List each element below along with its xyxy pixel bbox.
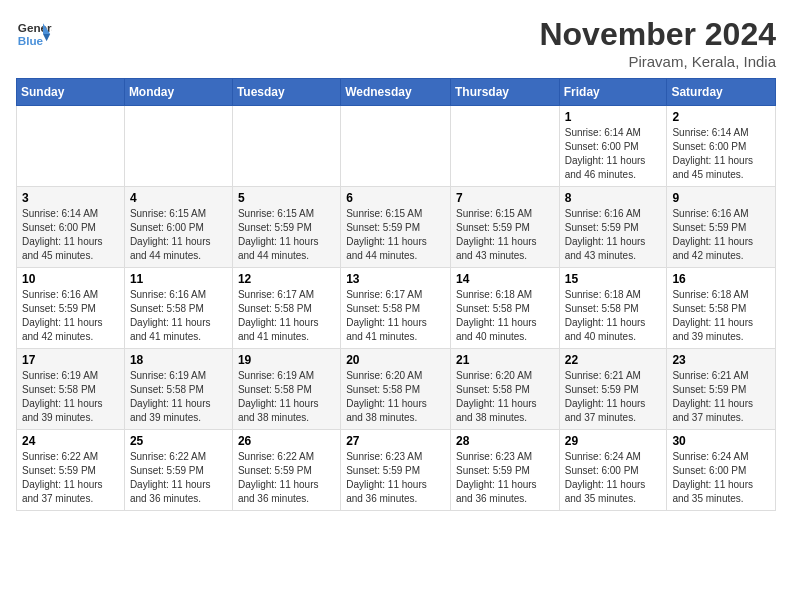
day-number: 26 xyxy=(238,434,335,448)
day-info: Sunrise: 6:16 AMSunset: 5:58 PMDaylight:… xyxy=(130,288,227,344)
day-info: Sunrise: 6:15 AMSunset: 6:00 PMDaylight:… xyxy=(130,207,227,263)
calendar-cell: 30Sunrise: 6:24 AMSunset: 6:00 PMDayligh… xyxy=(667,430,776,511)
day-info: Sunrise: 6:19 AMSunset: 5:58 PMDaylight:… xyxy=(238,369,335,425)
day-info: Sunrise: 6:22 AMSunset: 5:59 PMDaylight:… xyxy=(22,450,119,506)
title-block: November 2024 Piravam, Kerala, India xyxy=(539,16,776,70)
logo: General Blue xyxy=(16,16,52,52)
day-number: 24 xyxy=(22,434,119,448)
calendar-cell xyxy=(232,106,340,187)
day-number: 4 xyxy=(130,191,227,205)
day-info: Sunrise: 6:16 AMSunset: 5:59 PMDaylight:… xyxy=(672,207,770,263)
day-number: 13 xyxy=(346,272,445,286)
calendar-cell: 14Sunrise: 6:18 AMSunset: 5:58 PMDayligh… xyxy=(450,268,559,349)
day-info: Sunrise: 6:24 AMSunset: 6:00 PMDaylight:… xyxy=(565,450,662,506)
day-info: Sunrise: 6:18 AMSunset: 5:58 PMDaylight:… xyxy=(565,288,662,344)
day-number: 9 xyxy=(672,191,770,205)
day-number: 30 xyxy=(672,434,770,448)
calendar-cell: 1Sunrise: 6:14 AMSunset: 6:00 PMDaylight… xyxy=(559,106,667,187)
weekday-header-wednesday: Wednesday xyxy=(341,79,451,106)
day-info: Sunrise: 6:20 AMSunset: 5:58 PMDaylight:… xyxy=(346,369,445,425)
day-info: Sunrise: 6:15 AMSunset: 5:59 PMDaylight:… xyxy=(456,207,554,263)
day-number: 28 xyxy=(456,434,554,448)
day-info: Sunrise: 6:22 AMSunset: 5:59 PMDaylight:… xyxy=(238,450,335,506)
day-number: 19 xyxy=(238,353,335,367)
day-number: 22 xyxy=(565,353,662,367)
day-number: 18 xyxy=(130,353,227,367)
calendar-cell: 22Sunrise: 6:21 AMSunset: 5:59 PMDayligh… xyxy=(559,349,667,430)
day-info: Sunrise: 6:22 AMSunset: 5:59 PMDaylight:… xyxy=(130,450,227,506)
day-info: Sunrise: 6:15 AMSunset: 5:59 PMDaylight:… xyxy=(238,207,335,263)
calendar-cell: 6Sunrise: 6:15 AMSunset: 5:59 PMDaylight… xyxy=(341,187,451,268)
day-info: Sunrise: 6:16 AMSunset: 5:59 PMDaylight:… xyxy=(22,288,119,344)
day-info: Sunrise: 6:14 AMSunset: 6:00 PMDaylight:… xyxy=(672,126,770,182)
calendar-cell: 27Sunrise: 6:23 AMSunset: 5:59 PMDayligh… xyxy=(341,430,451,511)
calendar-cell: 23Sunrise: 6:21 AMSunset: 5:59 PMDayligh… xyxy=(667,349,776,430)
weekday-header-saturday: Saturday xyxy=(667,79,776,106)
month-title: November 2024 xyxy=(539,16,776,53)
calendar-cell: 3Sunrise: 6:14 AMSunset: 6:00 PMDaylight… xyxy=(17,187,125,268)
day-number: 10 xyxy=(22,272,119,286)
calendar-cell: 9Sunrise: 6:16 AMSunset: 5:59 PMDaylight… xyxy=(667,187,776,268)
svg-text:Blue: Blue xyxy=(18,34,44,47)
day-number: 8 xyxy=(565,191,662,205)
day-info: Sunrise: 6:17 AMSunset: 5:58 PMDaylight:… xyxy=(238,288,335,344)
svg-marker-3 xyxy=(43,34,50,41)
day-number: 3 xyxy=(22,191,119,205)
day-number: 29 xyxy=(565,434,662,448)
calendar-cell: 24Sunrise: 6:22 AMSunset: 5:59 PMDayligh… xyxy=(17,430,125,511)
day-number: 14 xyxy=(456,272,554,286)
calendar-cell: 5Sunrise: 6:15 AMSunset: 5:59 PMDaylight… xyxy=(232,187,340,268)
day-number: 20 xyxy=(346,353,445,367)
day-number: 6 xyxy=(346,191,445,205)
calendar-cell: 19Sunrise: 6:19 AMSunset: 5:58 PMDayligh… xyxy=(232,349,340,430)
calendar-cell: 7Sunrise: 6:15 AMSunset: 5:59 PMDaylight… xyxy=(450,187,559,268)
calendar-cell: 2Sunrise: 6:14 AMSunset: 6:00 PMDaylight… xyxy=(667,106,776,187)
day-number: 27 xyxy=(346,434,445,448)
day-info: Sunrise: 6:18 AMSunset: 5:58 PMDaylight:… xyxy=(672,288,770,344)
weekday-header-monday: Monday xyxy=(124,79,232,106)
day-info: Sunrise: 6:20 AMSunset: 5:58 PMDaylight:… xyxy=(456,369,554,425)
day-info: Sunrise: 6:23 AMSunset: 5:59 PMDaylight:… xyxy=(346,450,445,506)
day-info: Sunrise: 6:16 AMSunset: 5:59 PMDaylight:… xyxy=(565,207,662,263)
calendar-cell: 16Sunrise: 6:18 AMSunset: 5:58 PMDayligh… xyxy=(667,268,776,349)
day-info: Sunrise: 6:19 AMSunset: 5:58 PMDaylight:… xyxy=(130,369,227,425)
calendar-cell: 18Sunrise: 6:19 AMSunset: 5:58 PMDayligh… xyxy=(124,349,232,430)
day-number: 23 xyxy=(672,353,770,367)
day-info: Sunrise: 6:24 AMSunset: 6:00 PMDaylight:… xyxy=(672,450,770,506)
calendar-cell: 21Sunrise: 6:20 AMSunset: 5:58 PMDayligh… xyxy=(450,349,559,430)
calendar-cell: 13Sunrise: 6:17 AMSunset: 5:58 PMDayligh… xyxy=(341,268,451,349)
calendar-cell: 20Sunrise: 6:20 AMSunset: 5:58 PMDayligh… xyxy=(341,349,451,430)
day-number: 7 xyxy=(456,191,554,205)
calendar-cell: 17Sunrise: 6:19 AMSunset: 5:58 PMDayligh… xyxy=(17,349,125,430)
calendar-cell: 8Sunrise: 6:16 AMSunset: 5:59 PMDaylight… xyxy=(559,187,667,268)
calendar-cell: 29Sunrise: 6:24 AMSunset: 6:00 PMDayligh… xyxy=(559,430,667,511)
calendar-cell: 25Sunrise: 6:22 AMSunset: 5:59 PMDayligh… xyxy=(124,430,232,511)
calendar-cell xyxy=(341,106,451,187)
calendar-cell xyxy=(17,106,125,187)
location: Piravam, Kerala, India xyxy=(539,53,776,70)
page-header: General Blue November 2024 Piravam, Kera… xyxy=(16,16,776,70)
day-info: Sunrise: 6:14 AMSunset: 6:00 PMDaylight:… xyxy=(22,207,119,263)
day-number: 25 xyxy=(130,434,227,448)
calendar-cell: 12Sunrise: 6:17 AMSunset: 5:58 PMDayligh… xyxy=(232,268,340,349)
calendar-cell: 28Sunrise: 6:23 AMSunset: 5:59 PMDayligh… xyxy=(450,430,559,511)
calendar-table: SundayMondayTuesdayWednesdayThursdayFrid… xyxy=(16,78,776,511)
day-info: Sunrise: 6:14 AMSunset: 6:00 PMDaylight:… xyxy=(565,126,662,182)
day-info: Sunrise: 6:21 AMSunset: 5:59 PMDaylight:… xyxy=(672,369,770,425)
calendar-cell: 15Sunrise: 6:18 AMSunset: 5:58 PMDayligh… xyxy=(559,268,667,349)
calendar-cell: 4Sunrise: 6:15 AMSunset: 6:00 PMDaylight… xyxy=(124,187,232,268)
day-info: Sunrise: 6:21 AMSunset: 5:59 PMDaylight:… xyxy=(565,369,662,425)
weekday-header-tuesday: Tuesday xyxy=(232,79,340,106)
calendar-cell: 10Sunrise: 6:16 AMSunset: 5:59 PMDayligh… xyxy=(17,268,125,349)
day-number: 17 xyxy=(22,353,119,367)
day-info: Sunrise: 6:15 AMSunset: 5:59 PMDaylight:… xyxy=(346,207,445,263)
weekday-header-thursday: Thursday xyxy=(450,79,559,106)
weekday-header-sunday: Sunday xyxy=(17,79,125,106)
day-number: 11 xyxy=(130,272,227,286)
day-number: 1 xyxy=(565,110,662,124)
day-number: 12 xyxy=(238,272,335,286)
day-info: Sunrise: 6:17 AMSunset: 5:58 PMDaylight:… xyxy=(346,288,445,344)
calendar-cell xyxy=(450,106,559,187)
day-info: Sunrise: 6:18 AMSunset: 5:58 PMDaylight:… xyxy=(456,288,554,344)
day-info: Sunrise: 6:23 AMSunset: 5:59 PMDaylight:… xyxy=(456,450,554,506)
